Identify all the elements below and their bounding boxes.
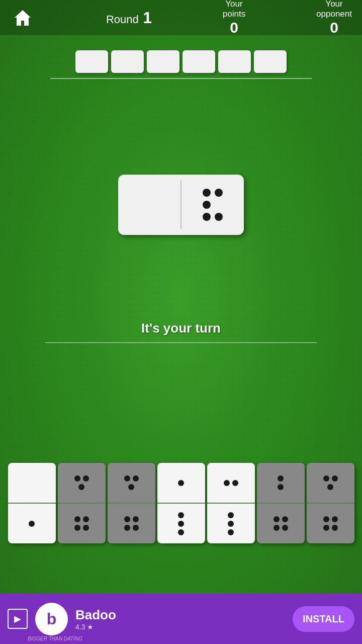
pip <box>215 189 223 197</box>
opponent-hand <box>0 35 362 73</box>
pip <box>224 480 230 486</box>
pip <box>133 516 139 522</box>
opponent-label: Youropponent <box>316 0 352 19</box>
pip <box>128 484 134 490</box>
tile-top <box>108 463 155 503</box>
pip <box>278 475 284 481</box>
points-value: 0 <box>223 19 245 36</box>
pip <box>228 521 234 527</box>
pip <box>133 475 139 481</box>
ad-banner: ▶ b Badoo 4.3 ★ INSTALL BIGGER THAN DATI… <box>0 594 362 644</box>
tile-top <box>207 463 255 503</box>
opponent-display: Youropponent 0 <box>316 0 352 36</box>
tile-bottom <box>157 504 205 543</box>
points-display: Yourpoints 0 <box>223 0 245 36</box>
home-icon <box>13 8 33 28</box>
tile-top <box>157 463 205 503</box>
pip <box>282 516 288 522</box>
opponent-tile <box>147 50 179 73</box>
pip <box>228 529 234 535</box>
tile-bottom <box>307 504 354 543</box>
pip <box>74 516 80 522</box>
player-hand[interactable] <box>0 463 362 543</box>
opponent-tile <box>75 50 108 73</box>
player-tile[interactable] <box>307 463 354 543</box>
domino-center-divider <box>180 181 182 229</box>
pip <box>215 213 223 221</box>
player-tile[interactable] <box>157 463 205 543</box>
pip <box>29 521 35 527</box>
player-tile[interactable] <box>108 463 155 543</box>
opponent-value: 0 <box>316 19 352 36</box>
tile-bottom <box>257 504 305 543</box>
pip <box>203 189 211 197</box>
tile-top <box>58 463 106 503</box>
ad-text: Badoo 4.3 ★ <box>75 607 285 631</box>
home-button[interactable] <box>10 5 35 30</box>
domino-right-side <box>181 184 244 226</box>
pip <box>274 516 280 522</box>
ad-install-button[interactable]: INSTALL <box>293 606 354 632</box>
player-tile[interactable] <box>8 463 56 543</box>
pip <box>203 213 211 221</box>
player-tile[interactable] <box>257 463 305 543</box>
ad-title: Badoo <box>75 607 285 623</box>
pip <box>332 475 338 481</box>
pip <box>124 516 130 522</box>
pip <box>178 480 184 486</box>
pip <box>232 480 238 486</box>
round-label: Round <box>106 13 139 26</box>
pip <box>278 484 284 490</box>
pip <box>83 525 89 531</box>
ad-logo: b <box>35 603 68 635</box>
pip <box>178 512 184 518</box>
turn-indicator: It's your turn <box>0 320 362 343</box>
tile-bottom <box>8 504 56 543</box>
opponent-tile <box>254 50 287 73</box>
pip <box>282 525 288 531</box>
game-header: Round 1 Yourpoints 0 Youropponent 0 <box>0 0 362 35</box>
points-label: Yourpoints <box>223 0 245 19</box>
player-tile[interactable] <box>58 463 106 543</box>
turn-divider <box>45 342 317 343</box>
pip <box>133 525 139 531</box>
pip <box>178 529 184 535</box>
pip <box>178 521 184 527</box>
pip <box>83 475 89 481</box>
player-tile[interactable] <box>207 463 255 543</box>
pip <box>228 512 234 518</box>
opponent-tile <box>183 50 215 73</box>
pip <box>78 484 84 490</box>
round-display: Round 1 <box>106 9 152 27</box>
pip <box>323 475 329 481</box>
pip <box>323 525 329 531</box>
pip <box>274 525 280 531</box>
pip <box>327 484 333 490</box>
tile-top <box>307 463 354 503</box>
opponent-tile <box>111 50 144 73</box>
tile-bottom <box>207 504 255 543</box>
ad-play-icon: ▶ <box>8 609 28 629</box>
game-board <box>0 79 362 331</box>
round-number: 1 <box>143 9 152 27</box>
pip <box>203 201 211 209</box>
ad-tagline: BIGGER THAN DATING <box>28 636 82 641</box>
tile-top <box>257 463 305 503</box>
tile-bottom <box>58 504 106 543</box>
pip <box>83 516 89 522</box>
pip <box>124 525 130 531</box>
ad-rating: 4.3 ★ <box>75 623 285 631</box>
pip <box>332 525 338 531</box>
opponent-tile <box>218 50 251 73</box>
turn-text: It's your turn <box>141 320 221 336</box>
tile-bottom <box>108 504 155 543</box>
pip <box>74 525 80 531</box>
pip <box>124 475 130 481</box>
pip <box>323 516 329 522</box>
pip <box>74 475 80 481</box>
center-domino <box>118 175 244 235</box>
pip <box>332 516 338 522</box>
tile-top <box>8 463 56 503</box>
